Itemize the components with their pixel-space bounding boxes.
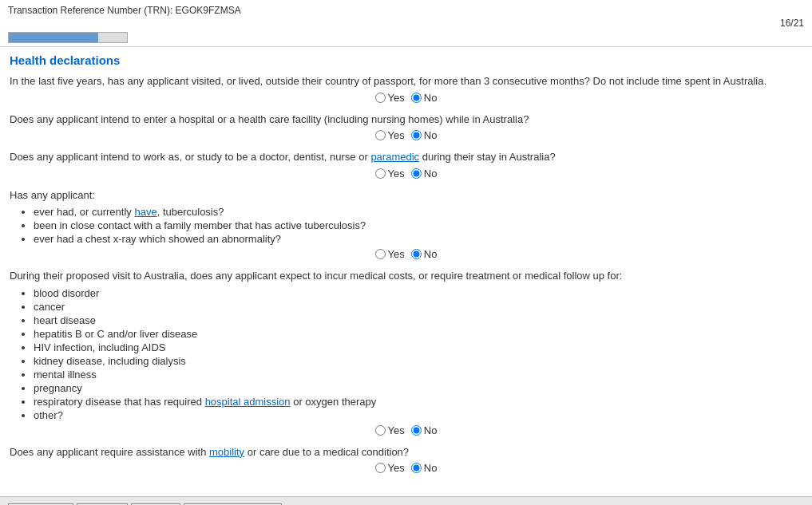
radio-group-q1: Yes No — [10, 92, 802, 104]
question-block-q1: In the last five years, has any applican… — [10, 73, 802, 104]
list-item: blood disorder — [34, 287, 802, 299]
radio-group-q2: Yes No — [10, 129, 802, 141]
radio-input-yes-q4[interactable] — [375, 249, 386, 259]
question-block-q3: Does any applicant intend to work as, or… — [10, 149, 802, 180]
question-text-q6: Does any applicant require assistance wi… — [10, 444, 802, 460]
radio-yes-q3[interactable]: Yes — [375, 168, 405, 180]
list-item: heart disease — [34, 314, 802, 326]
progress-bar-container — [8, 32, 128, 43]
footer-bar: ⇐ Previous 🖫 Save 🖨 Print › Go to my acc… — [0, 496, 812, 505]
question-block-q5: During their proposed visit to Australia… — [10, 268, 802, 436]
list-item: respiratory disease that has required ho… — [34, 396, 802, 408]
top-bar: Transaction Reference Number (TRN): EGOK… — [0, 0, 812, 47]
radio-yes-q4[interactable]: Yes — [375, 248, 405, 260]
radio-yes-q2[interactable]: Yes — [375, 129, 405, 141]
radio-no-q1[interactable]: No — [411, 92, 438, 104]
radio-yes-q1[interactable]: Yes — [375, 92, 405, 104]
question-block-q4: Has any applicant: ever had, or currentl… — [10, 187, 802, 261]
q5-list: blood disorder cancer heart disease hepa… — [34, 287, 802, 421]
list-item: pregnancy — [34, 382, 802, 394]
progress-bar-fill — [9, 33, 98, 42]
q4-list: ever had, or currently have, tuberculosi… — [34, 206, 802, 245]
radio-yes-q6[interactable]: Yes — [375, 462, 405, 474]
radio-input-no-q6[interactable] — [411, 463, 422, 473]
question-block-q6: Does any applicant require assistance wi… — [10, 444, 802, 475]
radio-group-q6: Yes No — [10, 462, 802, 474]
list-item: mental illness — [34, 369, 802, 381]
radio-no-q6[interactable]: No — [411, 462, 438, 474]
radio-no-q2[interactable]: No — [411, 129, 438, 141]
main-content: Health declarations In the last five yea… — [0, 47, 812, 488]
list-item: HIV infection, including AIDS — [34, 341, 802, 353]
list-item: other? — [34, 409, 802, 421]
radio-yes-q5[interactable]: Yes — [375, 424, 405, 436]
radio-input-no-q2[interactable] — [411, 130, 422, 140]
radio-group-q3: Yes No — [10, 168, 802, 180]
radio-no-q5[interactable]: No — [411, 424, 438, 436]
radio-group-q4: Yes No — [10, 248, 802, 260]
radio-input-no-q4[interactable] — [411, 249, 422, 259]
radio-no-q4[interactable]: No — [411, 248, 438, 260]
radio-input-yes-q3[interactable] — [375, 168, 386, 179]
question-text-q2: Does any applicant intend to enter a hos… — [10, 112, 802, 128]
trn-number: Transaction Reference Number (TRN): EGOK… — [8, 5, 804, 16]
radio-no-q3[interactable]: No — [411, 168, 438, 180]
radio-input-no-q1[interactable] — [411, 93, 422, 103]
list-item: kidney disease, including dialysis — [34, 355, 802, 367]
radio-input-yes-q5[interactable] — [375, 425, 386, 436]
question-text-q5: During their proposed visit to Australia… — [10, 268, 802, 284]
question-text-q1: In the last five years, has any applican… — [10, 73, 802, 89]
radio-input-yes-q1[interactable] — [375, 93, 386, 103]
list-item: ever had a chest x-ray which showed an a… — [34, 233, 802, 245]
radio-group-q5: Yes No — [10, 424, 802, 436]
radio-input-no-q3[interactable] — [411, 168, 422, 179]
page-counter: 16/21 — [8, 18, 804, 29]
radio-input-no-q5[interactable] — [411, 425, 422, 436]
section-title: Health declarations — [10, 53, 802, 67]
radio-input-yes-q6[interactable] — [375, 463, 386, 473]
list-item: hepatitis B or C and/or liver disease — [34, 328, 802, 340]
question-block-q2: Does any applicant intend to enter a hos… — [10, 112, 802, 142]
list-item: cancer — [34, 301, 802, 313]
radio-input-yes-q2[interactable] — [375, 130, 386, 140]
question-text-q4: Has any applicant: — [10, 187, 802, 203]
list-item: been in close contact with a family memb… — [34, 219, 802, 231]
question-text-q3: Does any applicant intend to work as, or… — [10, 149, 802, 165]
list-item: ever had, or currently have, tuberculosi… — [34, 206, 802, 218]
